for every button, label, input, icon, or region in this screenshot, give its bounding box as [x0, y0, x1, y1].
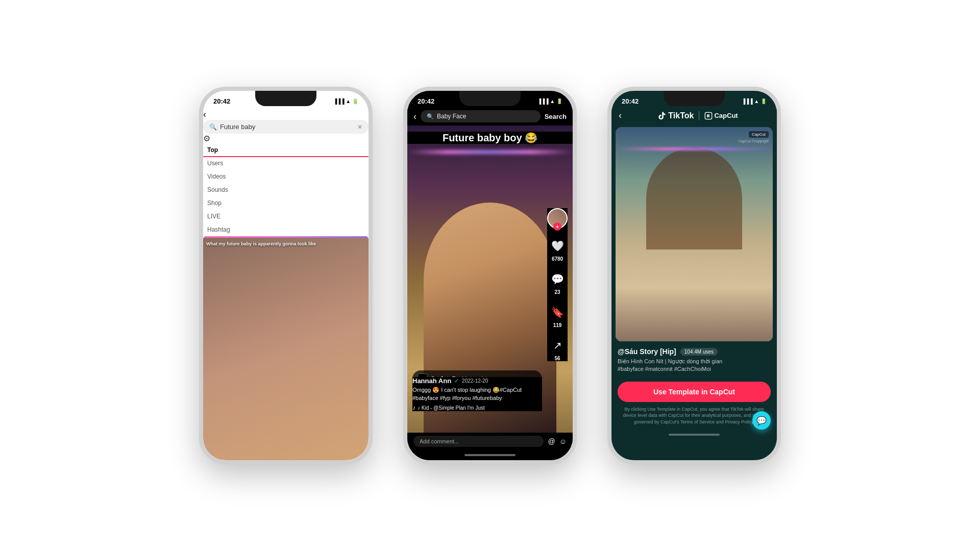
phone-1-screen: 20:42 ▐▐▐ ▲ 🔋 ‹ 🔍 Future baby ✕ ⚙ Top Us… [203, 91, 369, 460]
template-video: CapCut CapCut ©copyright [616, 127, 773, 341]
back-button-2[interactable]: ‹ [413, 111, 416, 122]
video-header: ‹ 🔍 Baby Face Search [407, 109, 573, 126]
search-bar-2[interactable]: 🔍 Baby Face [421, 110, 541, 122]
capcut-brand-logo: CapCut [704, 112, 738, 120]
video-title: Future baby boy 😂 [407, 132, 573, 144]
emoji-icon[interactable]: ☺ [559, 437, 567, 445]
back-button-1[interactable]: ‹ [203, 109, 206, 119]
pink-bar-1 [203, 236, 369, 238]
comment-bar: Add comment... @ ☺ [407, 433, 573, 450]
video-grid-1: What my future baby is apparently gonna … [203, 236, 369, 460]
search-input-1[interactable]: Future baby [220, 123, 354, 131]
share-count: 56 [554, 356, 560, 361]
phone-notch-2 [459, 91, 521, 106]
search-button-2[interactable]: Search [545, 113, 567, 120]
phone-notch-1 [255, 91, 316, 106]
home-bar-3 [669, 434, 720, 436]
status-time-3: 20:42 [622, 97, 639, 105]
capcut-watermark: CapCut [749, 131, 769, 138]
back-button-3[interactable]: ‹ [619, 110, 622, 121]
brand-logos: TikTok CapCut [626, 111, 770, 120]
tab-sounds[interactable]: Sounds [203, 183, 369, 196]
tab-videos[interactable]: Videos [203, 170, 369, 183]
template-info: @Sáu Story [Hip] 104.4M uses Biến Hình C… [611, 343, 777, 378]
heart-icon: 🤍 [548, 237, 567, 255]
phone-2-screen: 20:42 ▐▐▐ ▲ 🔋 ‹ 🔍 Baby Face Search Futur… [407, 91, 573, 460]
tab-users[interactable]: Users [203, 157, 369, 170]
use-template-btn[interactable]: Use Template in CapCut [618, 382, 771, 402]
comment-input[interactable]: Add comment... [413, 436, 544, 447]
phone-3: 20:42 ▐▐▐ ▲ 🔋 ‹ TikTok [607, 87, 781, 464]
comment-button[interactable]: 💬 23 [548, 270, 567, 295]
status-time-2: 20:42 [418, 97, 434, 105]
search-icon-2: 🔍 [427, 113, 434, 120]
music-text: ♪ Kid - @Simple Plan I'm Just [418, 405, 485, 411]
video-content: Future baby boy 😂 + 🤍 6780 💬 23 [407, 126, 573, 433]
username-2[interactable]: Hannah Ann [412, 377, 451, 385]
status-icons-3: ▐▐▐ ▲ 🔋 [742, 98, 767, 104]
search-bar-1: ‹ 🔍 Future baby ✕ ⚙ [203, 109, 369, 143]
template-content: CapCut CapCut ©copyright [616, 127, 773, 341]
home-indicator-3 [611, 430, 777, 440]
phone-2: 20:42 ▐▐▐ ▲ 🔋 ‹ 🔍 Baby Face Search Futur… [403, 87, 577, 464]
user-line: Hannah Ann ✓ 2022-12-20 [412, 377, 542, 385]
desc-text-3: Biến Hình Con Nít | Ngược dòng thời gian… [618, 358, 722, 372]
glow-bar [407, 150, 573, 154]
phone-1: 20:42 ▐▐▐ ▲ 🔋 ‹ 🔍 Future baby ✕ ⚙ Top Us… [199, 87, 373, 464]
comment-count: 23 [554, 289, 560, 295]
avatar-action[interactable]: + [547, 208, 568, 229]
avatar-ring: + [547, 208, 568, 229]
brand-divider [699, 111, 699, 120]
music-line: ♪ ♪ Kid - @Simple Plan I'm Just [412, 404, 542, 411]
like-button[interactable]: 🤍 6780 [548, 237, 567, 262]
verified-icon: ✓ [454, 378, 459, 384]
template-glow-bar [616, 147, 773, 151]
status-time-1: 20:42 [213, 97, 230, 105]
music-icon: ♪ [412, 404, 415, 411]
mention-icon[interactable]: @ [548, 437, 555, 445]
video-cell-1[interactable]: What my future baby is apparently gonna … [203, 236, 369, 460]
search-input-2[interactable]: Baby Face [437, 113, 534, 120]
tab-shop[interactable]: Shop [203, 196, 369, 210]
uses-badge: 104.4M uses [680, 348, 718, 356]
home-indicator-2 [407, 450, 573, 460]
tab-hashtag[interactable]: Hashtag [203, 223, 369, 236]
status-icons-2: ▐▐▐ ▲ 🔋 [537, 98, 562, 104]
filter-icon-1[interactable]: ⚙ [203, 134, 210, 143]
float-chat-btn[interactable]: 💬 [752, 411, 771, 430]
post-date: 2022-12-20 [462, 378, 488, 384]
phone-3-screen: 20:42 ▐▐▐ ▲ 🔋 ‹ TikTok [611, 91, 777, 460]
save-count: 119 [553, 322, 562, 328]
bookmark-icon: 🔖 [548, 303, 567, 321]
tab-live[interactable]: LIVE [203, 210, 369, 223]
share-button[interactable]: ↗ 56 [548, 336, 567, 361]
search-icon-1: 🔍 [209, 123, 217, 131]
disclaimer: By clicking Use Template in CapCut, you … [611, 406, 777, 430]
save-button[interactable]: 🔖 119 [548, 303, 567, 328]
comment-icons: @ ☺ [548, 437, 567, 445]
tabs-1: Top Users Videos Sounds Shop LIVE Hashta… [203, 143, 369, 236]
clear-icon-1[interactable]: ✕ [357, 123, 362, 131]
desc-text: Omggg 😍 I can't stop laughing 😂#CapCut #… [412, 386, 542, 402]
like-count: 6780 [552, 256, 563, 262]
share-icon: ↗ [548, 336, 567, 355]
tiktok-logo: TikTok [657, 111, 694, 120]
disclaimer-text: By clicking Use Template in CapCut, you … [623, 407, 766, 424]
girl-portrait [616, 127, 773, 341]
phone-notch-3 [664, 91, 725, 106]
author-name[interactable]: @Sáu Story [Hip] [618, 347, 676, 356]
follow-badge: + [553, 222, 561, 231]
overlay-text-1: What my future baby is apparently gonna … [206, 241, 365, 247]
video-desc: Hannah Ann ✓ 2022-12-20 Omggg 😍 I can't … [412, 377, 542, 411]
comment-icon: 💬 [548, 270, 567, 288]
app-header-3: ‹ TikTok CapCut [611, 109, 777, 125]
template-desc: Biến Hình Con Nít | Ngược dòng thời gian… [618, 358, 771, 373]
status-icons-1: ▐▐▐ ▲ 🔋 [333, 98, 358, 104]
chat-icon: 💬 [756, 416, 767, 425]
capcut-watermark-2: CapCut ©copyright [739, 139, 769, 143]
home-bar-2 [464, 454, 516, 456]
search-input-wrap-1[interactable]: 🔍 Future baby ✕ [203, 120, 369, 134]
right-actions: + 🤍 6780 💬 23 🔖 119 ↗ 56 [547, 208, 568, 361]
tab-top[interactable]: Top [203, 143, 369, 157]
template-author: @Sáu Story [Hip] 104.4M uses [618, 347, 771, 356]
